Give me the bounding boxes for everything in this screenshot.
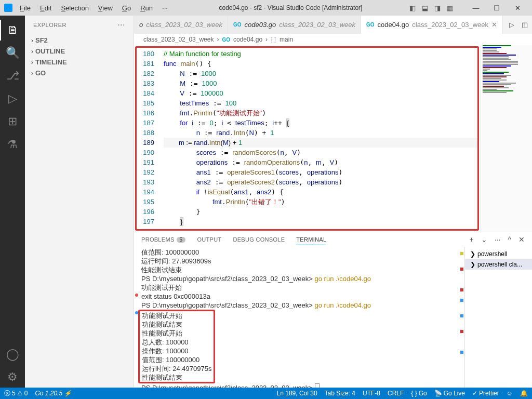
editor-area: o class_2023_02_03_week GOcode03.go clas… bbox=[134, 16, 532, 388]
symbol-icon: ⬚ bbox=[271, 36, 276, 43]
sidebar-item-outline[interactable]: ›OUTLINE bbox=[25, 46, 134, 57]
panel-tab-problems[interactable]: PROBLEMS5 bbox=[141, 234, 185, 245]
menu-edit[interactable]: Edit bbox=[36, 3, 56, 13]
go-file-icon: GO bbox=[222, 37, 230, 43]
problems-badge: 5 bbox=[177, 237, 186, 243]
status-encoding[interactable]: UTF-8 bbox=[363, 390, 380, 397]
menu-file[interactable]: File bbox=[16, 3, 35, 13]
window-minimize[interactable]: — bbox=[466, 0, 486, 16]
tab-code-prev[interactable]: o class_2023_02_03_week bbox=[134, 16, 228, 34]
status-bar: ⓧ 5 ⚠ 0 Go 1.20.5 ⚡ Ln 189, Col 30 Tab S… bbox=[0, 388, 532, 399]
editor-tabs: o class_2023_02_03_week GOcode03.go clas… bbox=[134, 16, 532, 34]
status-notifications-icon[interactable]: 🔔 bbox=[520, 390, 528, 397]
sidebar: EXPLORER ··· ›SF2 ›OUTLINE ›TIMELINE ›GO bbox=[25, 16, 134, 388]
line-gutter: 1801811821831841851861871881891901911921… bbox=[137, 48, 164, 229]
chevron-right-icon: › bbox=[31, 48, 33, 55]
tab-code04[interactable]: GOcode04.go class_2023_02_03_week ✕ bbox=[361, 16, 503, 34]
breadcrumb[interactable]: class_2023_02_03_week› GOcode04.go› ⬚mai… bbox=[134, 34, 532, 45]
menu-go[interactable]: Go bbox=[118, 3, 135, 13]
maximize-panel-icon[interactable]: ^ bbox=[508, 235, 511, 244]
sidebar-item-timeline[interactable]: ›TIMELINE bbox=[25, 57, 134, 68]
activity-testing-icon[interactable]: ⚗ bbox=[0, 134, 25, 155]
sidebar-more-icon[interactable]: ··· bbox=[117, 20, 125, 30]
info-dot-icon bbox=[135, 311, 138, 314]
sidebar-header: EXPLORER ··· bbox=[25, 16, 134, 34]
sidebar-item-sf2[interactable]: ›SF2 bbox=[25, 35, 134, 46]
activity-settings-icon[interactable]: ⚙ bbox=[0, 367, 25, 388]
minimap[interactable] bbox=[480, 45, 532, 232]
go-file-icon: GO bbox=[233, 22, 242, 28]
error-dot-icon bbox=[135, 294, 138, 297]
status-golive[interactable]: 📡 Go Live bbox=[434, 390, 465, 397]
terminal-icon: ❯ bbox=[470, 261, 475, 268]
terminal-item-powershell[interactable]: ❯powershell bbox=[465, 249, 532, 259]
menu-view[interactable]: View bbox=[94, 3, 117, 13]
activity-explorer-icon[interactable]: 🗎 bbox=[0, 20, 25, 41]
status-go-version[interactable]: Go 1.20.5 ⚡ bbox=[35, 390, 72, 397]
status-cursor[interactable]: Ln 189, Col 30 bbox=[277, 390, 317, 397]
close-icon[interactable]: ✕ bbox=[491, 21, 497, 29]
code-editor[interactable]: 1801811821831841851861871881891901911921… bbox=[135, 46, 479, 231]
menu-overflow[interactable]: ··· bbox=[158, 3, 172, 13]
panel-tab-terminal[interactable]: TERMINAL bbox=[296, 234, 326, 245]
panel-tab-debug[interactable]: DEBUG CONSOLE bbox=[233, 234, 285, 245]
titlebar: File Edit Selection View Go Run ··· code… bbox=[0, 0, 532, 16]
chevron-right-icon: › bbox=[31, 59, 33, 66]
status-errors[interactable]: ⓧ 5 ⚠ 0 bbox=[4, 389, 28, 398]
panel-more-icon[interactable]: ··· bbox=[495, 235, 501, 244]
status-eol[interactable]: CRLF bbox=[388, 390, 404, 397]
panel-tab-output[interactable]: OUTPUT bbox=[197, 234, 221, 245]
terminal-cursor bbox=[315, 383, 320, 388]
titlebar-right: ◧ ⬓ ◨ ▦ — ☐ ✕ bbox=[409, 0, 528, 16]
terminal-item-powershell-class[interactable]: ❯powershell cla... bbox=[465, 259, 532, 270]
panel: PROBLEMS5 OUTPUT DEBUG CONSOLE TERMINAL … bbox=[134, 232, 532, 388]
sidebar-item-go[interactable]: ›GO bbox=[25, 68, 134, 78]
menu-run[interactable]: Run bbox=[136, 3, 157, 13]
panel-tabs: PROBLEMS5 OUTPUT DEBUG CONSOLE TERMINAL … bbox=[134, 232, 532, 247]
activity-extensions-icon[interactable]: ⊞ bbox=[0, 111, 25, 132]
code-content[interactable]: // Main function for testing func main()… bbox=[164, 48, 477, 229]
activity-account-icon[interactable]: ◯ bbox=[0, 344, 25, 365]
vscode-logo-icon bbox=[4, 4, 12, 12]
window-close[interactable]: ✕ bbox=[507, 0, 528, 16]
status-lang[interactable]: { } Go bbox=[411, 390, 427, 397]
sidebar-title: EXPLORER bbox=[33, 22, 66, 28]
chevron-right-icon: › bbox=[31, 70, 33, 77]
terminal-list: ❯powershell ❯powershell cla... bbox=[464, 247, 532, 388]
window-title: code04.go - sf2 - Visual Studio Code [Ad… bbox=[175, 4, 406, 11]
menu-bar: File Edit Selection View Go Run ··· bbox=[16, 3, 172, 13]
activity-source-control-icon[interactable]: ⎇ bbox=[0, 65, 25, 86]
terminal-dropdown-icon[interactable]: ⌄ bbox=[481, 235, 487, 244]
activity-debug-icon[interactable]: ▷ bbox=[0, 88, 25, 109]
tab-code03[interactable]: GOcode03.go class_2023_02_03_week bbox=[228, 16, 361, 34]
status-feedback-icon[interactable]: ☺ bbox=[507, 390, 513, 397]
layout-toggle-panel-icon[interactable]: ⬓ bbox=[422, 4, 428, 12]
activity-search-icon[interactable]: 🔍 bbox=[0, 43, 25, 63]
terminal-highlight-box: 功能测试开始 功能测试结束 性能测试开始 总人数: 100000 操作数: 10… bbox=[138, 310, 215, 383]
status-tab-size[interactable]: Tab Size: 4 bbox=[325, 390, 355, 397]
status-prettier[interactable]: ✓ Prettier bbox=[472, 390, 499, 397]
chevron-right-icon: › bbox=[31, 37, 33, 44]
activity-bar: 🗎 🔍 ⎇ ▷ ⊞ ⚗ ◯ ⚙ bbox=[0, 16, 25, 388]
window-maximize[interactable]: ☐ bbox=[486, 0, 507, 16]
run-icon[interactable]: ▷ bbox=[509, 21, 514, 29]
terminal-output[interactable]: 值范围: 100000000 运行时间: 27.9093609s 性能测试结束 … bbox=[134, 247, 459, 388]
close-panel-icon[interactable]: ✕ bbox=[518, 235, 525, 244]
new-terminal-icon[interactable]: + bbox=[470, 235, 474, 244]
bolt-icon: ⚡ bbox=[64, 390, 72, 397]
go-file-icon: GO bbox=[366, 22, 375, 28]
terminal-icon: ❯ bbox=[470, 250, 475, 258]
split-editor-icon[interactable]: ◫ bbox=[522, 21, 528, 29]
terminal-scroll-marks bbox=[459, 247, 464, 388]
layout-toggle-primary-icon[interactable]: ◧ bbox=[409, 4, 416, 12]
layout-toggle-secondary-icon[interactable]: ◨ bbox=[434, 4, 441, 12]
menu-selection[interactable]: Selection bbox=[57, 3, 92, 13]
layout-customize-icon[interactable]: ▦ bbox=[447, 4, 453, 12]
